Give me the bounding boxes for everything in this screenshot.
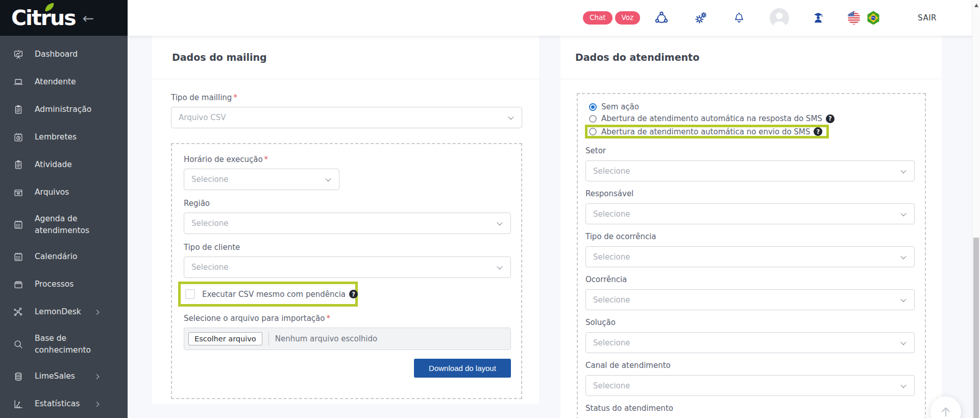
sem-acao-radio[interactable] bbox=[589, 103, 597, 111]
sidebar-item-label: Agenda de atendimentos bbox=[35, 213, 101, 237]
sidebar-item-dashboard[interactable]: Dashboard bbox=[0, 41, 128, 68]
setor-group: Setor Selecione bbox=[585, 146, 915, 181]
responsavel-placeholder: Selecione bbox=[593, 210, 630, 219]
chevron-right-icon bbox=[94, 374, 100, 379]
abertura-resposta-sms-radio[interactable] bbox=[589, 115, 597, 123]
setor-placeholder: Selecione bbox=[593, 167, 630, 176]
scrollbar-up-arrow-icon[interactable] bbox=[974, 4, 978, 7]
ocorrencia-group: Ocorrência Selecione bbox=[585, 275, 915, 310]
leaf-icon bbox=[44, 3, 55, 13]
setor-select[interactable]: Selecione bbox=[585, 160, 915, 181]
tipo-cliente-group: Tipo de cliente Selecione bbox=[184, 243, 511, 278]
help-icon[interactable]: ? bbox=[814, 127, 822, 136]
download-layout-button[interactable]: Download do layout bbox=[414, 359, 511, 378]
chevron-down-icon bbox=[325, 176, 331, 181]
abertura-envio-sms-label: Abertura de atendimento automática no en… bbox=[601, 127, 810, 136]
sidebar-item-arquivos[interactable]: Arquivos bbox=[0, 179, 128, 206]
sidebar-item-limesales[interactable]: LimeSales bbox=[0, 363, 128, 390]
sidebar-item-label: Arquivos bbox=[35, 187, 69, 198]
responsavel-select[interactable]: Selecione bbox=[585, 203, 915, 224]
chevron-right-icon bbox=[94, 310, 100, 315]
sidebar-item-atividade[interactable]: Atividade bbox=[0, 151, 128, 179]
ocorrencia-placeholder: Selecione bbox=[593, 295, 630, 305]
tipo-ocorrencia-label: Tipo de ocorrência bbox=[585, 232, 915, 241]
avatar[interactable] bbox=[770, 8, 789, 28]
us-flag-icon[interactable] bbox=[847, 11, 861, 25]
chat-pill-button[interactable]: Chat bbox=[583, 11, 612, 25]
status-atendimento-group: Status do atendimento bbox=[585, 404, 915, 413]
tipo-mailing-select[interactable]: Arquivo CSV bbox=[171, 107, 522, 128]
file-chosen-status: Nenhum arquivo escolhido bbox=[268, 332, 377, 345]
sem-acao-label: Sem ação bbox=[601, 102, 639, 111]
sair-logout-button[interactable]: SAIR bbox=[918, 13, 937, 22]
sidebar: Citrus ← Dashboard Atendente Administraç… bbox=[0, 0, 128, 418]
solucao-select[interactable]: Selecione bbox=[585, 332, 915, 353]
sidebar-item-administracao[interactable]: Administração bbox=[0, 96, 128, 124]
chevron-down-icon bbox=[900, 339, 906, 344]
chevron-down-icon bbox=[900, 253, 906, 259]
atendimento-panel-header: Dados do atendimento bbox=[560, 36, 942, 79]
chart-icon bbox=[13, 399, 25, 410]
tipo-mailing-label-text: Tipo de mailling bbox=[171, 93, 232, 102]
sidebar-item-label: Processos bbox=[35, 278, 74, 290]
responsavel-group: Responsável Selecione bbox=[585, 189, 915, 224]
horario-execucao-select[interactable]: Selecione bbox=[184, 169, 339, 190]
chevron-down-icon bbox=[900, 296, 906, 301]
collapse-sidebar-arrow-icon[interactable]: ← bbox=[83, 11, 94, 25]
clipboard-icon bbox=[13, 159, 25, 171]
chevron-down-icon bbox=[497, 220, 502, 225]
arquivo-importacao-group: Selecione o arquivo para importação* Esc… bbox=[184, 314, 511, 350]
sidebar-item-processos[interactable]: Processos bbox=[0, 271, 128, 298]
ocorrencia-select[interactable]: Selecione bbox=[585, 289, 915, 310]
tipo-ocorrencia-placeholder: Selecione bbox=[593, 252, 630, 262]
sidebar-item-label: Dashboard bbox=[35, 49, 78, 60]
canal-atendimento-select[interactable]: Selecione bbox=[585, 375, 915, 396]
canal-atendimento-label: Canal de atendimento bbox=[585, 361, 915, 370]
sidebar-item-agenda-de-atendimentos[interactable]: Agenda de atendimentos bbox=[0, 206, 128, 243]
regiao-select[interactable]: Selecione bbox=[184, 213, 511, 234]
sidebar-item-lembretes[interactable]: Lembretes bbox=[0, 124, 128, 151]
brazil-flag-icon[interactable] bbox=[867, 11, 880, 25]
share-network-icon[interactable] bbox=[654, 10, 669, 26]
executar-csv-checkbox[interactable] bbox=[185, 289, 195, 299]
tipo-cliente-select[interactable]: Selecione bbox=[184, 257, 511, 278]
sidebar-item-label: Lembretes bbox=[35, 131, 77, 143]
horario-execucao-group: Horário de execução* Selecione bbox=[184, 155, 511, 190]
help-icon[interactable]: ? bbox=[826, 114, 835, 123]
atendimento-panel: Dados do atendimento Sem ação Abertura d… bbox=[560, 36, 942, 418]
sidebar-item-label: Base de conhecimento bbox=[35, 333, 101, 357]
page-scrollbar[interactable] bbox=[972, 0, 980, 418]
mailing-panel-body: Tipo de mailling* Arquivo CSV Horário de… bbox=[152, 79, 539, 399]
graduation-user-icon[interactable] bbox=[812, 11, 825, 25]
escolher-arquivo-button[interactable]: Escolher arquivo bbox=[188, 332, 262, 345]
calendar-clock-icon bbox=[13, 132, 25, 143]
sidebar-item-calendario[interactable]: Calendário bbox=[0, 243, 128, 271]
bell-icon[interactable] bbox=[733, 12, 745, 24]
sidebar-item-base-de-conhecimento[interactable]: Base de conhecimento bbox=[0, 326, 128, 363]
sidebar-item-label: LimeSales bbox=[35, 370, 75, 382]
tipo-cliente-placeholder: Selecione bbox=[191, 263, 228, 272]
executar-csv-label: Executar CSV mesmo com pendência bbox=[202, 290, 346, 299]
file-input[interactable]: Escolher arquivo Nenhum arquivo escolhid… bbox=[184, 328, 511, 350]
sidebar-item-estatisticas[interactable]: Estatísticas bbox=[0, 390, 128, 418]
scrollbar-thumb[interactable] bbox=[973, 238, 979, 418]
chevron-down-icon bbox=[900, 382, 906, 387]
chevron-down-icon bbox=[508, 114, 513, 120]
archive-icon bbox=[13, 187, 25, 198]
responsavel-label: Responsável bbox=[585, 189, 915, 198]
mailing-panel: Dados do mailing Tipo de mailling* Arqui… bbox=[152, 36, 539, 404]
horario-execucao-placeholder: Selecione bbox=[191, 175, 228, 184]
citrus-logo: Citrus bbox=[11, 8, 76, 29]
box-icon bbox=[13, 279, 25, 290]
sidebar-item-label: Administração bbox=[35, 104, 91, 115]
sidebar-item-lemondesk[interactable]: LemonDesk bbox=[0, 298, 128, 326]
abertura-envio-sms-radio[interactable] bbox=[589, 128, 597, 135]
voz-pill-button[interactable]: Voz bbox=[615, 11, 641, 25]
sidebar-item-atendente[interactable]: Atendente bbox=[0, 68, 128, 96]
abertura-resposta-sms-label: Abertura de atendimento automática na re… bbox=[601, 114, 822, 123]
required-asterisk: * bbox=[264, 155, 268, 164]
help-icon[interactable]: ? bbox=[349, 290, 358, 298]
tipo-ocorrencia-select[interactable]: Selecione bbox=[585, 246, 915, 267]
gears-icon[interactable] bbox=[694, 11, 707, 25]
laptop-icon bbox=[13, 77, 25, 88]
